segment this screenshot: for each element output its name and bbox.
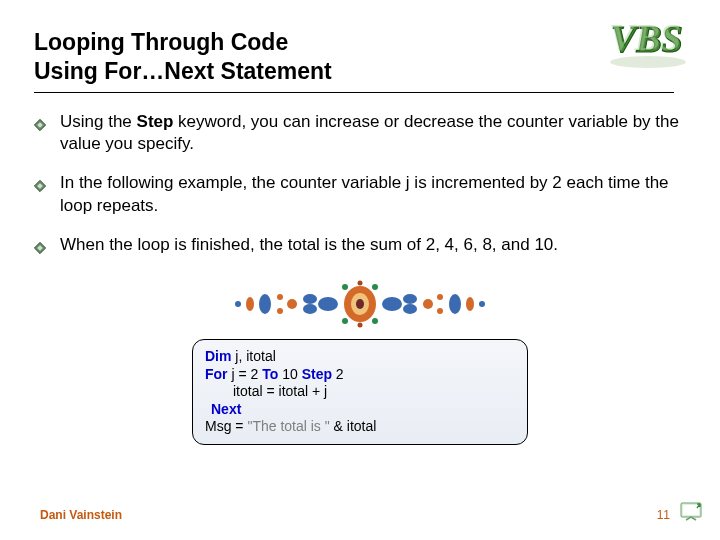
slideshow-icon[interactable] [680, 502, 702, 526]
title-line-1: Looping Through Code [34, 29, 288, 55]
svg-point-33 [372, 318, 378, 324]
svg-point-26 [246, 297, 254, 311]
bullet-text: Using the Step keyword, you can increase… [60, 111, 686, 157]
code-line: itotal = itotal + j [205, 383, 515, 401]
svg-point-21 [277, 308, 283, 314]
code-line: Msg = "The total is " & itotal [205, 418, 515, 436]
slide-title: Looping Through Code Using For…Next Stat… [34, 28, 686, 86]
decorative-divider [210, 277, 510, 331]
title-rule [34, 92, 674, 93]
svg-point-13 [382, 297, 402, 311]
code-line: Dim j, itotal [205, 348, 515, 366]
diamond-bullet-icon [34, 176, 46, 199]
title-line-2: Using For…Next Statement [34, 58, 332, 84]
svg-point-12 [318, 297, 338, 311]
diamond-bullet-icon [34, 238, 46, 261]
svg-point-27 [466, 297, 474, 311]
svg-point-28 [235, 301, 241, 307]
svg-point-11 [356, 299, 364, 309]
svg-point-14 [303, 294, 317, 304]
code-example: Dim j, itotal For j = 2 To 10 Step 2 ito… [192, 339, 528, 445]
svg-point-31 [372, 284, 378, 290]
svg-rect-37 [683, 505, 699, 515]
vbs-logo: VBS VBS [601, 14, 696, 76]
page-number: 11 [657, 508, 670, 522]
svg-point-30 [342, 284, 348, 290]
svg-point-32 [342, 318, 348, 324]
bullet-item: Using the Step keyword, you can increase… [34, 111, 686, 157]
svg-point-24 [259, 294, 271, 314]
svg-point-25 [449, 294, 461, 314]
svg-point-19 [423, 299, 433, 309]
svg-text:VBS: VBS [609, 16, 681, 58]
svg-point-16 [303, 304, 317, 314]
diamond-bullet-icon [34, 115, 46, 138]
svg-point-35 [358, 323, 363, 328]
svg-point-20 [277, 294, 283, 300]
footer-author: Dani Vainstein [40, 508, 122, 522]
bullet-text: In the following example, the counter va… [60, 172, 686, 218]
bullet-text: When the loop is finished, the total is … [60, 234, 686, 257]
bullet-list: Using the Step keyword, you can increase… [34, 111, 686, 262]
svg-point-34 [358, 281, 363, 286]
svg-point-17 [403, 304, 417, 314]
svg-point-15 [403, 294, 417, 304]
svg-point-29 [479, 301, 485, 307]
svg-point-18 [287, 299, 297, 309]
bullet-item: When the loop is finished, the total is … [34, 234, 686, 261]
code-line: For j = 2 To 10 Step 2 [205, 366, 515, 384]
slide: VBS VBS Looping Through Code Using For…N… [0, 0, 720, 540]
svg-point-23 [437, 308, 443, 314]
bullet-item: In the following example, the counter va… [34, 172, 686, 218]
code-line: Next [205, 401, 515, 419]
svg-point-22 [437, 294, 443, 300]
